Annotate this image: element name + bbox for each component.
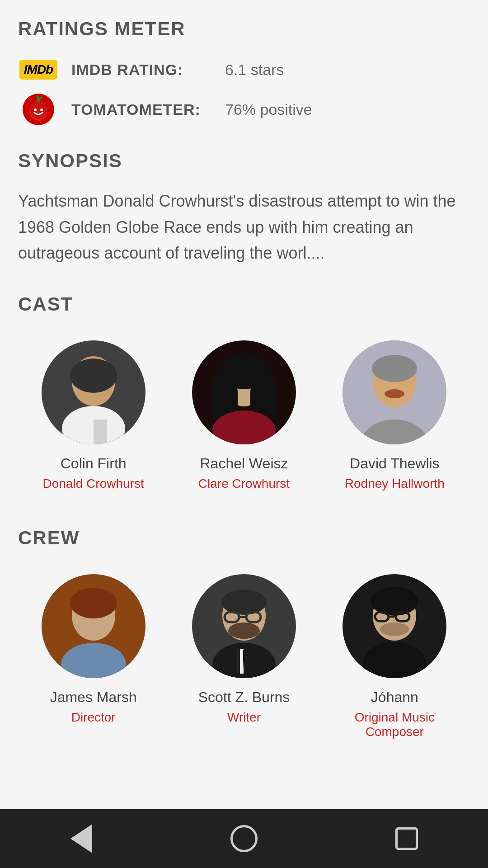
cast-role-colin: Donald Crowhurst xyxy=(43,476,144,491)
svg-point-6 xyxy=(40,108,43,111)
avatar-colin xyxy=(42,340,145,444)
cast-card-rachel[interactable]: Rachel Weisz Clare Crowhurst xyxy=(169,331,319,500)
cast-section: CAST Colin Firth Donald Cro xyxy=(18,293,470,500)
svg-point-33 xyxy=(221,590,267,615)
imdb-rating-row: IMDb IMDB RATING: 6.1 stars xyxy=(18,56,470,83)
crew-name-scott: Scott Z. Burns xyxy=(198,689,290,706)
tomatometer-rating-row: TOMATOMETER: 76% positive xyxy=(18,96,470,123)
ratings-section: RATINGS METER IMDb IMDB RATING: 6.1 star… xyxy=(18,18,470,123)
cast-role-david: Rodney Hallworth xyxy=(345,476,445,491)
svg-point-37 xyxy=(228,623,260,639)
cast-name-david: David Thewlis xyxy=(350,455,440,472)
svg-rect-12 xyxy=(80,420,94,444)
rt-logo xyxy=(18,96,59,123)
cast-name-rachel: Rachel Weisz xyxy=(200,455,288,472)
home-icon xyxy=(230,825,258,852)
navigation-bar xyxy=(0,809,488,868)
crew-role-james: Director xyxy=(71,710,116,725)
crew-role-johann: Original Music Composer xyxy=(324,710,465,739)
crew-card-johann[interactable]: Jóhann Original Music Composer xyxy=(319,565,470,748)
synopsis-section: SYNOPSIS Yachtsman Donald Crowhurst's di… xyxy=(18,150,470,266)
synopsis-text: Yachtsman Donald Crowhurst's disastrous … xyxy=(18,188,470,266)
recents-button[interactable] xyxy=(391,823,422,854)
imdb-label: IMDB RATING: xyxy=(71,61,216,79)
cast-name-colin: Colin Firth xyxy=(61,455,127,472)
imdb-logo-text: IMDb xyxy=(19,60,57,80)
svg-point-28 xyxy=(70,588,117,618)
svg-point-24 xyxy=(385,389,404,398)
main-content: RATINGS METER IMDb IMDB RATING: 6.1 star… xyxy=(0,0,488,809)
cast-role-rachel: Clare Crowhurst xyxy=(198,476,290,491)
crew-name-johann: Jóhann xyxy=(371,689,418,706)
svg-point-2 xyxy=(30,101,47,119)
synopsis-title: SYNOPSIS xyxy=(18,150,470,172)
imdb-value: 6.1 stars xyxy=(225,61,284,79)
cast-title: CAST xyxy=(18,293,470,315)
svg-point-49 xyxy=(380,623,409,636)
avatar-rachel xyxy=(192,340,296,444)
svg-point-9 xyxy=(70,359,117,393)
crew-name-james: James Marsh xyxy=(50,689,137,706)
tomatometer-label: TOMATOMETER: xyxy=(71,101,216,118)
svg-point-23 xyxy=(372,355,417,382)
crew-card-james[interactable]: James Marsh Director xyxy=(18,565,169,748)
svg-rect-13 xyxy=(94,420,107,444)
imdb-logo: IMDb xyxy=(18,56,59,83)
crew-card-scott[interactable]: Scott Z. Burns Writer xyxy=(169,565,319,748)
crew-grid: James Marsh Director xyxy=(18,565,470,748)
crew-section: CREW James Marsh Director xyxy=(18,527,470,748)
back-button[interactable] xyxy=(66,823,97,854)
ratings-title: RATINGS METER xyxy=(18,18,470,40)
back-icon xyxy=(70,824,92,853)
crew-title: CREW xyxy=(18,527,470,549)
recents-icon xyxy=(395,827,418,850)
avatar-scott xyxy=(192,574,296,678)
cast-card-colin[interactable]: Colin Firth Donald Crowhurst xyxy=(18,331,169,500)
cast-card-david[interactable]: David Thewlis Rodney Hallworth xyxy=(319,331,470,500)
svg-point-18 xyxy=(220,353,268,389)
svg-point-5 xyxy=(34,108,37,111)
tomatometer-value: 76% positive xyxy=(225,101,312,118)
avatar-james xyxy=(42,574,145,678)
cast-grid: Colin Firth Donald Crowhurst xyxy=(18,331,470,500)
crew-role-scott: Writer xyxy=(227,710,261,725)
avatar-david xyxy=(343,340,446,444)
home-button[interactable] xyxy=(228,823,260,854)
avatar-johann xyxy=(343,574,446,678)
rt-logo-svg xyxy=(23,94,54,125)
